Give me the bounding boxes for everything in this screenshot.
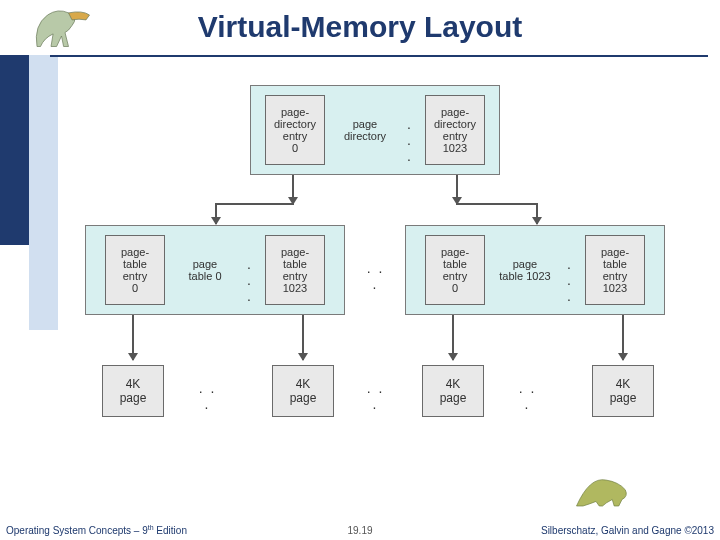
slide: Virtual-Memory Layout page-directoryentr… bbox=[0, 0, 720, 540]
connector-dir1023-to-table1023-v2 bbox=[536, 205, 538, 224]
connector-dir0-to-table0-h bbox=[215, 203, 294, 205]
connector-dir0-to-table0-v1 bbox=[292, 175, 294, 204]
connector-to-page-1 bbox=[132, 315, 134, 360]
page-table-1023-label-text: pagetable 1023 bbox=[499, 258, 550, 282]
page-4k-2: 4Kpage bbox=[272, 365, 334, 417]
page-4k-3: 4Kpage bbox=[422, 365, 484, 417]
page-directory-label-text: pagedirectory bbox=[344, 118, 386, 142]
slide-footer: Operating System Concepts – 9th Edition … bbox=[0, 518, 720, 536]
page-table-1023-label: pagetable 1023 bbox=[495, 235, 555, 305]
ellipsis-icon: . . . bbox=[405, 116, 415, 164]
connector-to-page-4 bbox=[622, 315, 624, 360]
page-table-1023-entry-1023: page-tableentry1023 bbox=[585, 235, 645, 305]
vm-layout-diagram: page-directoryentry0 pagedirectory . . .… bbox=[80, 80, 670, 480]
page-directory-entry-1023: page-directoryentry1023 bbox=[425, 95, 485, 165]
side-band-light bbox=[29, 55, 58, 330]
ellipsis-icon: . . . bbox=[245, 256, 255, 304]
side-band-dark bbox=[0, 55, 29, 245]
ellipsis-icon: . . . bbox=[515, 380, 540, 412]
title-rule bbox=[50, 55, 708, 57]
page-table-0-group: page-tableentry0 pagetable 0 . . . page-… bbox=[85, 225, 345, 315]
connector-dir0-to-table0-v2 bbox=[215, 205, 217, 224]
ellipsis-icon: . . . bbox=[565, 256, 575, 304]
slide-title: Virtual-Memory Layout bbox=[0, 10, 720, 44]
ellipsis-icon: . . . bbox=[195, 380, 220, 412]
page-table-1023-group: page-tableentry0 pagetable 1023 . . . pa… bbox=[405, 225, 665, 315]
connector-dir1023-to-table1023-h bbox=[456, 203, 538, 205]
page-table-0-label: pagetable 0 bbox=[175, 235, 235, 305]
page-table-1023-entry-0: page-tableentry0 bbox=[425, 235, 485, 305]
page-directory-label: pagedirectory bbox=[335, 95, 395, 165]
page-directory-entry-0: page-directoryentry0 bbox=[265, 95, 325, 165]
connector-dir1023-to-table1023-v1 bbox=[456, 175, 458, 204]
page-4k-4: 4Kpage bbox=[592, 365, 654, 417]
page-directory-group: page-directoryentry0 pagedirectory . . .… bbox=[250, 85, 500, 175]
page-table-0-label-text: pagetable 0 bbox=[188, 258, 221, 282]
page-table-0-entry-1023: page-tableentry1023 bbox=[265, 235, 325, 305]
ellipsis-icon: . . . bbox=[363, 380, 388, 412]
page-table-0-entry-0: page-tableentry0 bbox=[105, 235, 165, 305]
ellipsis-icon: . . . bbox=[363, 260, 388, 292]
connector-to-page-3 bbox=[452, 315, 454, 360]
footer-right: Silberschatz, Galvin and Gagne ©2013 bbox=[541, 525, 714, 536]
page-4k-1: 4Kpage bbox=[102, 365, 164, 417]
connector-to-page-2 bbox=[302, 315, 304, 360]
